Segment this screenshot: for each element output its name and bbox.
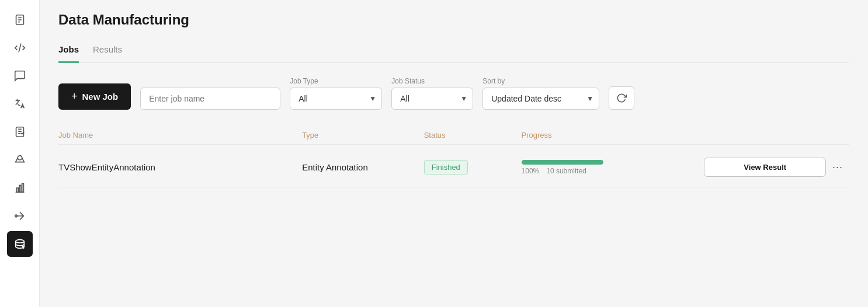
col-action [704,131,826,139]
svg-point-12 [15,240,24,243]
review-icon[interactable] [7,119,33,145]
job-type-label: Job Type [290,77,382,85]
job-status-label: Job Status [391,77,473,85]
job-name-search[interactable] [140,88,280,110]
page-title: Data Manufacturing [58,12,849,28]
svg-rect-10 [22,184,23,193]
progress-labels: 100% 10 submitted [522,167,704,175]
refresh-icon [616,93,627,103]
sort-select-wrapper-inner: Updated Date desc Updated Date asc Creat… [482,88,599,110]
chart-icon[interactable] [7,175,33,201]
plus-icon: + [71,90,78,103]
chat-icon[interactable] [7,63,33,89]
more-options-button[interactable]: ··· [826,161,849,173]
sort-filter-group: Sort by Updated Date desc Updated Date a… [482,77,599,110]
sort-label: Sort by [482,77,599,85]
status-badge: Finished [424,160,468,175]
job-type-filter-group: Job Type All Entity Annotation ▼ [290,77,382,110]
table-row: TVShowEntityAnnotation Entity Annotation… [58,147,849,188]
document-icon[interactable] [7,7,33,33]
col-more [826,131,849,139]
col-type: Type [302,131,424,139]
svg-point-6 [18,156,22,160]
svg-rect-9 [19,185,21,192]
job-name-cell: TVShowEntityAnnotation [58,162,302,172]
job-status-select[interactable]: All Finished Running [391,88,473,110]
tab-jobs[interactable]: Jobs [58,40,79,63]
job-type-select[interactable]: All Entity Annotation [290,88,382,110]
new-job-button[interactable]: + New Job [58,83,131,110]
sidebar [0,0,40,307]
col-job-name: Job Name [58,131,302,139]
sort-select[interactable]: Updated Date desc Updated Date asc Creat… [482,88,599,110]
svg-rect-8 [16,188,18,192]
job-type-select-wrapper: All Entity Annotation ▼ [290,88,382,110]
progress-pct-label: 100% [522,167,540,175]
job-status-select-wrapper: All Finished Running ▼ [391,88,473,110]
job-type-cell: Entity Annotation [302,162,424,172]
progress-submitted-label: 10 submitted [546,167,586,175]
table-header: Job Name Type Status Progress [58,126,849,145]
progress-bar-container [522,160,603,165]
translate-icon[interactable] [7,91,33,117]
progress-cell: 100% 10 submitted [522,160,704,175]
badge-icon[interactable] [7,147,33,173]
job-status-cell: Finished [424,160,522,175]
tab-results[interactable]: Results [93,40,122,63]
tabs-container: Jobs Results [58,40,849,63]
svg-rect-5 [16,127,23,137]
data-manufacturing-icon[interactable] [7,231,33,257]
col-status: Status [424,131,522,139]
col-progress: Progress [522,131,704,139]
view-result-button[interactable]: View Result [704,158,826,177]
job-status-filter-group: Job Status All Finished Running ▼ [391,77,473,110]
code-icon[interactable] [7,35,33,61]
refresh-button[interactable] [609,86,634,110]
api-icon[interactable] [7,203,33,229]
main-content: Data Manufacturing Jobs Results + New Jo… [40,0,868,307]
toolbar: + New Job Job Type All Entity Annotation… [58,77,849,110]
svg-line-4 [19,44,21,53]
svg-point-11 [15,215,17,217]
progress-bar-fill [522,160,603,165]
